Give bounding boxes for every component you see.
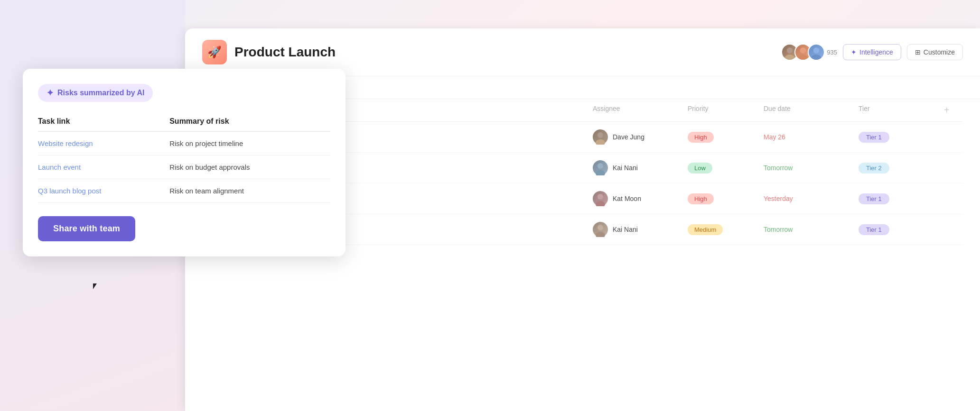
risk-link-2[interactable]: Launch event <box>38 163 81 171</box>
priority-badge-2: Low <box>688 163 712 174</box>
tier-cell-bottom: Tier 1 <box>859 224 944 235</box>
avatars-group: 935 <box>781 44 837 61</box>
avatar-count: 935 <box>827 49 837 56</box>
col-header-tier: Tier <box>859 105 944 116</box>
due-date-2: Tomorrow <box>764 164 859 172</box>
due-date-bottom: Tomorrow <box>764 226 859 233</box>
assignee-cell-1: Dave Jung <box>593 129 688 145</box>
priority-cell-2: Low <box>688 163 764 174</box>
assignee-avatar-2 <box>593 160 608 175</box>
assignee-avatar-3 <box>593 191 608 206</box>
assignee-name-1: Dave Jung <box>613 133 644 141</box>
assignee-cell-bottom: Kai Nani <box>593 222 688 237</box>
assignee-cell-2: Kai Nani <box>593 160 688 175</box>
svg-point-9 <box>596 170 605 175</box>
customize-button[interactable]: ⊞ Customize <box>907 44 963 60</box>
svg-point-7 <box>596 139 605 145</box>
ai-badge-label: Risks summarized by AI <box>57 89 144 97</box>
tier-cell-1: Tier 1 <box>859 132 944 143</box>
ai-panel: ✦ Risks summarized by AI Task link Summa… <box>23 69 345 256</box>
app-icon-emoji: 🚀 <box>207 46 222 59</box>
app-title: Product Launch <box>234 45 774 60</box>
tier-cell-3: Tier 1 <box>859 193 944 204</box>
customize-icon: ⊞ <box>915 48 921 56</box>
tier-badge-3: Tier 1 <box>859 193 889 204</box>
header-right: 935 ✦ Intelligence ⊞ Customize <box>781 44 963 61</box>
risk-row-1: Website redesign Risk on project timelin… <box>38 132 330 155</box>
priority-cell-bottom: Medium <box>688 224 764 235</box>
intelligence-label: Intelligence <box>859 48 893 56</box>
intelligence-button[interactable]: ✦ Intelligence <box>843 44 901 60</box>
risk-summary-2: Risk on budget approvals <box>169 155 330 179</box>
tier-badge-bottom: Tier 1 <box>859 224 889 235</box>
risk-link-3[interactable]: Q3 launch blog post <box>38 187 101 195</box>
due-date-3: Yesterday <box>764 195 859 202</box>
assignee-avatar-1 <box>593 129 608 145</box>
risk-row-2: Launch event Risk on budget approvals <box>38 155 330 179</box>
assignee-cell-3: Kat Moon <box>593 191 688 206</box>
tier-badge-2: Tier 2 <box>859 163 889 174</box>
ai-sparkle-icon: ✦ <box>47 88 54 98</box>
tier-cell-2: Tier 2 <box>859 163 944 174</box>
svg-point-10 <box>597 194 603 200</box>
risk-summary-3: Risk on team alignment <box>169 179 330 203</box>
col-header-due-date: Due date <box>764 105 859 116</box>
intelligence-icon: ✦ <box>851 48 857 56</box>
svg-point-13 <box>596 232 605 237</box>
svg-point-2 <box>800 47 806 53</box>
risk-table: Task link Summary of risk Website redesi… <box>38 113 330 203</box>
due-date-1: May 26 <box>764 133 859 141</box>
app-icon: 🚀 <box>202 40 227 64</box>
customize-label: Customize <box>924 48 955 56</box>
assignee-avatar-bottom <box>593 222 608 237</box>
avatar-3 <box>808 44 825 61</box>
assignee-name-bottom: Kai Nani <box>613 226 638 233</box>
svg-point-8 <box>597 163 603 169</box>
col-header-priority: Priority <box>688 105 764 116</box>
svg-point-11 <box>596 201 605 206</box>
svg-point-0 <box>787 47 793 53</box>
col-add-button[interactable]: + <box>944 105 963 116</box>
svg-point-12 <box>597 225 603 230</box>
assignee-name-2: Kai Nani <box>613 164 638 172</box>
priority-badge-bottom: Medium <box>688 224 723 235</box>
priority-badge-1: High <box>688 132 714 143</box>
risk-summary-1: Risk on project timeline <box>169 132 330 155</box>
svg-point-3 <box>798 55 808 61</box>
col-header-assignee: Assignee <box>593 105 688 116</box>
col-summary: Summary of risk <box>169 113 330 132</box>
tier-badge-1: Tier 1 <box>859 132 889 143</box>
col-task-link: Task link <box>38 113 169 132</box>
svg-point-5 <box>812 55 821 61</box>
svg-point-4 <box>813 47 819 53</box>
risk-link-1[interactable]: Website redesign <box>38 139 93 147</box>
assignee-name-3: Kat Moon <box>613 195 641 202</box>
svg-point-6 <box>597 132 603 138</box>
svg-point-1 <box>785 55 795 61</box>
priority-cell-3: High <box>688 193 764 204</box>
ai-badge: ✦ Risks summarized by AI <box>38 84 153 102</box>
share-with-team-button[interactable]: Share with team <box>38 216 135 241</box>
priority-cell-1: High <box>688 132 764 143</box>
risk-row-3: Q3 launch blog post Risk on team alignme… <box>38 179 330 203</box>
priority-badge-3: High <box>688 193 714 204</box>
